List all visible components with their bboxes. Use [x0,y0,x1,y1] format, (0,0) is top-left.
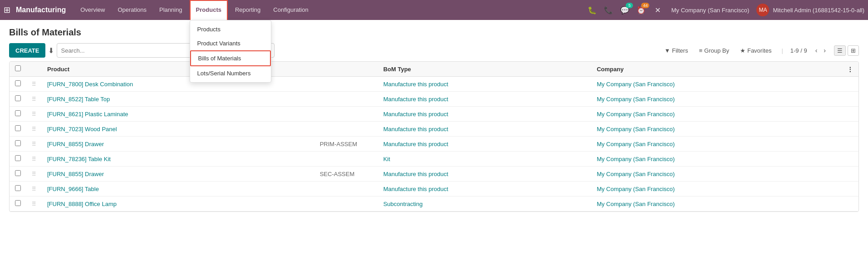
row-checkbox[interactable] [15,110,21,116]
bom-type-link[interactable]: Manufacture this product [383,126,448,133]
bom-type-link[interactable]: Manufacture this product [383,111,448,118]
row-checkbox-cell[interactable] [10,92,26,107]
bom-type-link[interactable]: Manufacture this product [383,141,448,147]
product-link[interactable]: [FURN_9666] Table [47,186,99,192]
th-product[interactable]: Product [42,62,314,77]
row-checkbox-cell[interactable] [10,122,26,137]
row-checkbox[interactable] [15,125,21,131]
cell-company[interactable]: My Company (San Francisco) [591,137,842,152]
company-link[interactable]: My Company (San Francisco) [597,96,675,103]
cell-product[interactable]: [FURN_8855] Drawer [42,137,314,152]
cell-bom-type[interactable]: Manufacture this product [378,92,591,107]
bom-type-link[interactable]: Manufacture this product [383,171,448,177]
company-link[interactable]: My Company (San Francisco) [597,156,675,162]
prev-page-button[interactable]: ‹ [813,46,820,55]
row-checkbox[interactable] [15,95,21,101]
dropdown-products[interactable]: Products [190,22,271,36]
drag-handle[interactable]: ⠿ [26,92,42,107]
nav-item-configuration[interactable]: Configuration [268,0,314,20]
cell-product[interactable]: [FURN_8522] Table Top [42,92,314,107]
bug-icon[interactable]: 🐛 [586,4,598,16]
th-select-all[interactable] [10,62,26,77]
cell-product[interactable]: [FURN_9666] Table [42,182,314,196]
dropdown-lots-serial[interactable]: Lots/Serial Numbers [190,66,271,80]
tools-icon[interactable]: ✕ [651,4,664,16]
row-checkbox[interactable] [15,155,21,161]
bom-type-link[interactable]: Manufacture this product [383,81,448,88]
product-link[interactable]: [FURN_8888] Office Lamp [47,201,117,207]
nav-item-reporting[interactable]: Reporting [230,0,266,20]
cell-company[interactable]: My Company (San Francisco) [591,122,842,137]
cell-bom-type[interactable]: Kit [378,152,591,167]
drag-handle[interactable]: ⠿ [26,77,42,92]
row-checkbox-cell[interactable] [10,196,26,211]
cell-company[interactable]: My Company (San Francisco) [591,196,842,211]
cell-company[interactable]: My Company (San Francisco) [591,182,842,196]
cell-product[interactable]: [FURN_8621] Plastic Laminate [42,107,314,122]
next-page-button[interactable]: › [821,46,829,55]
phone-icon[interactable]: 📞 [602,4,615,16]
product-link[interactable]: [FURN_7023] Wood Panel [47,126,117,133]
company-link[interactable]: My Company (San Francisco) [597,81,675,88]
drag-handle[interactable]: ⠿ [26,167,42,182]
cell-product[interactable]: [FURN_8855] Drawer [42,167,314,182]
list-view-button[interactable]: ☰ [834,45,846,56]
row-checkbox-cell[interactable] [10,182,26,196]
drag-handle[interactable]: ⠿ [26,196,42,211]
cell-bom-type[interactable]: Manufacture this product [378,77,591,92]
nav-item-operations[interactable]: Operations [112,0,152,20]
drag-handle[interactable]: ⠿ [26,107,42,122]
cell-bom-type[interactable]: Manufacture this product [378,107,591,122]
row-checkbox-cell[interactable] [10,167,26,182]
cell-bom-type[interactable]: Manufacture this product [378,167,591,182]
row-checkbox[interactable] [15,185,21,191]
timer-icon[interactable]: ⏰ 44 [635,4,647,16]
company-link[interactable]: My Company (San Francisco) [597,141,675,147]
cell-product[interactable]: [FURN_7800] Desk Combination [42,77,314,92]
cell-company[interactable]: My Company (San Francisco) [591,77,842,92]
cell-bom-type[interactable]: Manufacture this product [378,182,591,196]
group-by-button[interactable]: ≡ Group By [696,45,732,56]
bom-type-link[interactable]: Subcontracting [383,201,423,207]
product-link[interactable]: [FURN_8522] Table Top [47,96,110,103]
cell-company[interactable]: My Company (San Francisco) [591,152,842,167]
download-button[interactable]: ⬇ [45,44,57,57]
bom-type-link[interactable]: Manufacture this product [383,96,448,103]
company-link[interactable]: My Company (San Francisco) [597,126,675,133]
drag-handle[interactable]: ⠿ [26,137,42,152]
row-checkbox-cell[interactable] [10,137,26,152]
cell-product[interactable]: [FURN_7023] Wood Panel [42,122,314,137]
product-link[interactable]: [FURN_8621] Plastic Laminate [47,111,128,118]
nav-item-products[interactable]: Products [190,0,228,20]
product-link[interactable]: [FURN_8855] Drawer [47,141,104,147]
th-company[interactable]: Company [591,62,842,77]
app-grid-icon[interactable]: ⊞ [4,5,10,15]
product-link[interactable]: [FURN_7800] Desk Combination [47,81,133,88]
drag-handle[interactable]: ⠿ [26,152,42,167]
company-link[interactable]: My Company (San Francisco) [597,201,675,207]
cell-bom-type[interactable]: Manufacture this product [378,122,591,137]
row-checkbox[interactable] [15,200,21,206]
product-link[interactable]: [FURN_8855] Drawer [47,171,104,177]
company-link[interactable]: My Company (San Francisco) [597,111,675,118]
th-bom-type[interactable]: BoM Type [378,62,591,77]
cell-company[interactable]: My Company (San Francisco) [591,92,842,107]
row-checkbox-cell[interactable] [10,77,26,92]
row-checkbox[interactable] [15,80,21,86]
company-link[interactable]: My Company (San Francisco) [597,186,675,192]
cell-product[interactable]: [FURN_8888] Office Lamp [42,196,314,211]
row-checkbox-cell[interactable] [10,152,26,167]
cell-company[interactable]: My Company (San Francisco) [591,107,842,122]
company-link[interactable]: My Company (San Francisco) [597,171,675,177]
cell-product[interactable]: [FURN_78236] Table Kit [42,152,314,167]
dropdown-product-variants[interactable]: Product Variants [190,36,271,50]
cell-bom-type[interactable]: Manufacture this product [378,137,591,152]
bom-type-link[interactable]: Manufacture this product [383,186,448,192]
nav-item-planning[interactable]: Planning [154,0,188,20]
row-checkbox[interactable] [15,170,21,176]
select-all-checkbox[interactable] [15,65,21,71]
chat-icon[interactable]: 💬 5 [618,4,631,16]
bom-type-link[interactable]: Kit [383,156,390,162]
row-checkbox-cell[interactable] [10,107,26,122]
grid-view-button[interactable]: ⊞ [848,45,859,56]
